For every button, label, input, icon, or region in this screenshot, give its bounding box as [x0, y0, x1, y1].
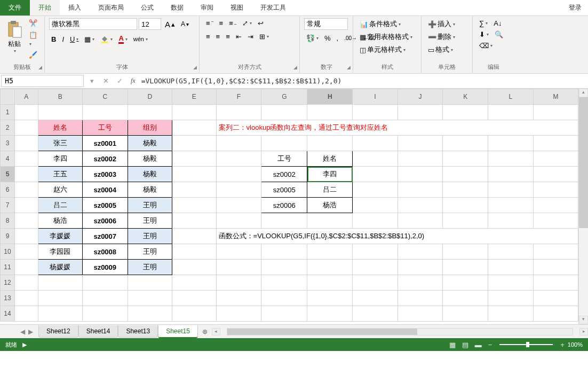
decrease-font-button[interactable]: A▾ [179, 19, 191, 29]
cell[interactable]: 吕二 [307, 182, 353, 198]
row-header[interactable]: 6 [1, 182, 15, 198]
cell[interactable]: sz0004 [82, 182, 128, 198]
sheet-tab[interactable]: Sheet13 [118, 325, 158, 338]
cell[interactable]: 王明 [128, 244, 172, 260]
namebox-dropdown[interactable]: ▾ [85, 77, 99, 85]
row-header[interactable]: 14 [1, 306, 15, 322]
sort-filter-button[interactable]: A↓ [491, 18, 504, 28]
table-format-button[interactable]: ▦套用表格格式▾ [357, 31, 415, 43]
scroll-down-button[interactable]: ▾ [579, 316, 588, 324]
row-header[interactable]: 9 [1, 229, 15, 244]
row-header[interactable]: 2 [1, 120, 15, 136]
format-painter-button[interactable]: 🖌️ [27, 50, 40, 60]
phonetic-button[interactable]: wén▾ [131, 35, 150, 43]
cell[interactable]: sz0001 [82, 136, 128, 151]
cell[interactable]: 吕二 [38, 198, 82, 213]
cut-button[interactable]: ✂️ [27, 18, 40, 28]
cell[interactable]: sz0005 [82, 198, 128, 213]
orientation-button[interactable]: ⤢▾ [240, 18, 254, 28]
tab-insert[interactable]: 插入 [60, 0, 90, 15]
cell[interactable]: 王五 [38, 167, 82, 182]
normal-view-button[interactable]: ▦ [446, 341, 459, 349]
font-name-select[interactable] [49, 18, 137, 30]
border-button[interactable]: ▦▾ [82, 34, 97, 44]
row-header[interactable]: 4 [1, 151, 15, 167]
font-launcher[interactable]: ◢ [193, 65, 197, 70]
cell[interactable]: 杨媛媛 [38, 260, 82, 275]
cell[interactable]: 杨毅 [128, 151, 172, 167]
comma-button[interactable]: , [335, 33, 341, 43]
cell[interactable]: 工号 [82, 120, 128, 136]
align-launcher[interactable]: ◢ [293, 65, 297, 70]
number-format-select[interactable] [304, 18, 348, 30]
sheet-tab-active[interactable]: Sheet15 [158, 325, 198, 338]
increase-indent-button[interactable]: ⇥ [245, 32, 256, 42]
col-header-B[interactable]: B [38, 89, 82, 105]
col-header-I[interactable]: I [353, 89, 398, 105]
row-header[interactable]: 8 [1, 213, 15, 229]
col-header-M[interactable]: M [533, 89, 578, 105]
page-break-view-button[interactable]: ▬ [472, 341, 485, 349]
hscroll-right[interactable]: ▸ [579, 328, 588, 335]
row-header[interactable]: 10 [1, 244, 15, 260]
example-title[interactable]: 案列二：vlookup函数向左查询，通过工号查询对应姓名 [216, 120, 578, 136]
font-size-select[interactable] [139, 18, 161, 30]
align-top-button[interactable]: ≡⎺ [204, 18, 216, 28]
conditional-format-button[interactable]: 📊条件格式▾ [357, 18, 403, 30]
accept-formula-button[interactable]: ✓ [113, 77, 126, 85]
col-header-L[interactable]: L [488, 89, 534, 105]
cell[interactable]: 杨毅 [128, 182, 172, 198]
formula-display-text[interactable]: 函数公式：=VLOOKUP(G5,IF({1,0},$C$2:$C$11,$B$… [216, 229, 578, 244]
cell[interactable]: 李四 [38, 151, 82, 167]
row-header[interactable]: 7 [1, 198, 15, 213]
col-header-D[interactable]: D [128, 89, 172, 105]
horizontal-scrollbar[interactable] [227, 328, 573, 335]
row-header[interactable]: 3 [1, 136, 15, 151]
wrap-text-button[interactable]: ↩ [256, 18, 266, 28]
underline-button[interactable]: U▾ [68, 34, 81, 44]
col-header-A[interactable]: A [15, 89, 38, 105]
col-header-F[interactable]: F [216, 89, 261, 105]
cell[interactable]: sz0006 [82, 213, 128, 229]
align-left-button[interactable]: ≡ [204, 32, 212, 42]
sheet-tab[interactable]: Sheet14 [78, 325, 118, 338]
zoom-out-button[interactable]: − [485, 341, 496, 349]
login-link[interactable]: 登录 [562, 0, 588, 15]
autosum-button[interactable]: ∑▾ [477, 18, 490, 28]
accounting-button[interactable]: 💱▾ [304, 33, 321, 43]
cell[interactable]: 赵六 [38, 182, 82, 198]
cell[interactable]: 杨浩 [38, 213, 82, 229]
cell[interactable]: sz0007 [82, 229, 128, 244]
col-header-J[interactable]: J [398, 89, 443, 105]
clear-button[interactable]: ⌫▾ [477, 41, 495, 51]
col-header-H[interactable]: H [307, 89, 353, 105]
find-button[interactable]: 🔍 [492, 29, 505, 40]
fx-icon[interactable]: fx [126, 77, 140, 85]
increase-font-button[interactable]: A▴ [163, 19, 177, 30]
spreadsheet-grid[interactable]: A B C D E F G H I J K L M N 1 2 姓名 工号 组别… [0, 89, 588, 324]
active-cell[interactable]: 李四 [307, 167, 353, 182]
tab-developer[interactable]: 开发工具 [252, 0, 295, 15]
scroll-thumb[interactable] [579, 97, 588, 228]
cell[interactable]: 李园园 [38, 244, 82, 260]
tab-layout[interactable]: 页面布局 [90, 0, 132, 15]
cell[interactable]: 杨浩 [307, 198, 353, 213]
cell[interactable]: 王明 [128, 260, 172, 275]
sheet-nav-next[interactable]: ▶ [28, 328, 33, 335]
name-box[interactable] [1, 75, 84, 87]
cell[interactable]: 工号 [261, 151, 307, 167]
cell[interactable]: 杨毅 [128, 136, 172, 151]
tab-home[interactable]: 开始 [30, 0, 60, 15]
align-center-button[interactable]: ≡ [214, 32, 223, 42]
paste-button[interactable]: 粘贴 ▾ [4, 18, 25, 56]
tab-data[interactable]: 数据 [162, 0, 192, 15]
page-layout-view-button[interactable]: ▤ [459, 341, 472, 349]
align-right-button[interactable]: ≡ [224, 32, 232, 42]
merge-button[interactable]: ⊞▾ [257, 32, 271, 42]
row-header[interactable]: 1 [1, 105, 15, 120]
cell[interactable]: 王明 [128, 229, 172, 244]
align-bottom-button[interactable]: ≡⎽ [227, 18, 239, 28]
cell-style-button[interactable]: ◫单元格样式▾ [357, 44, 408, 56]
new-sheet-button[interactable]: ⊕ [198, 326, 212, 338]
percent-button[interactable]: % [322, 33, 333, 43]
